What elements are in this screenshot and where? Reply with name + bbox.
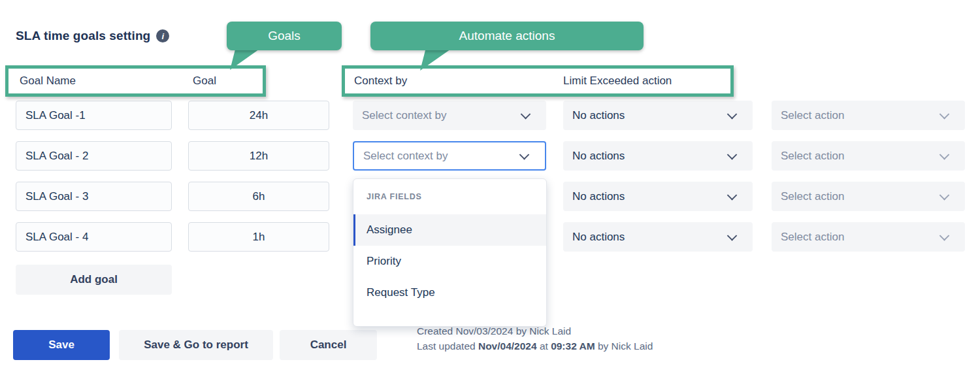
select-action-dropdown[interactable]: Select action	[772, 101, 965, 130]
chevron-down-icon	[727, 190, 738, 201]
page-title: SLA time goals setting	[16, 29, 150, 43]
limit-exceeded-value: No actions	[572, 231, 625, 244]
info-icon[interactable]: i	[156, 29, 169, 42]
goals-callout: Goals	[227, 22, 342, 50]
dropdown-option-assignee[interactable]: Assignee	[353, 214, 546, 246]
limit-exceeded-dropdown[interactable]: No actions	[563, 141, 753, 171]
goal-name-input[interactable]	[16, 182, 172, 211]
limit-exceeded-value: No actions	[572, 150, 625, 163]
column-header-limit-exceeded: Limit Exceeded action	[563, 65, 672, 97]
column-header-goal: Goal	[193, 65, 216, 97]
title-row: SLA time goals setting i	[16, 29, 169, 43]
context-by-dropdown-open[interactable]: Select context by	[353, 141, 546, 171]
chevron-down-icon	[521, 109, 531, 120]
limit-exceeded-dropdown[interactable]: No actions	[563, 101, 753, 130]
cancel-button[interactable]: Cancel	[280, 330, 377, 360]
goal-name-input[interactable]	[16, 141, 172, 171]
chevron-down-icon	[727, 231, 738, 241]
updated-date: Nov/04/2024	[478, 340, 537, 352]
select-action-placeholder: Select action	[781, 150, 844, 163]
select-action-dropdown[interactable]: Select action	[772, 141, 965, 171]
limit-exceeded-dropdown[interactable]: No actions	[563, 222, 753, 252]
goal-value-input[interactable]	[188, 101, 329, 130]
chevron-down-icon	[727, 109, 738, 120]
select-action-placeholder: Select action	[781, 190, 844, 203]
goal-name-input[interactable]	[16, 222, 172, 252]
goal-value-input[interactable]	[188, 141, 329, 171]
column-header-context-by: Context by	[354, 65, 407, 97]
select-action-dropdown[interactable]: Select action	[772, 182, 965, 211]
chevron-down-icon	[939, 109, 950, 120]
chevron-down-icon	[519, 150, 530, 160]
select-action-placeholder: Select action	[781, 109, 844, 122]
automate-actions-callout: Automate actions	[370, 22, 644, 50]
context-by-placeholder: Select context by	[362, 109, 446, 122]
dropdown-option-request-type[interactable]: Request Type	[353, 277, 546, 308]
limit-exceeded-value: No actions	[572, 190, 625, 203]
limit-exceeded-value: No actions	[572, 109, 625, 122]
chevron-down-icon	[727, 150, 738, 160]
goal-name-input[interactable]	[16, 101, 172, 130]
chevron-down-icon	[939, 231, 950, 241]
sla-settings-page: SLA time goals setting i Goal Name Goal …	[0, 0, 980, 379]
audit-info: Created Nov/03/2024 by Nick Laid Last up…	[417, 323, 653, 354]
context-by-options-panel: JIRA FIELDS Assignee Priority Request Ty…	[353, 178, 547, 327]
updated-time: 09:32 AM	[551, 340, 595, 352]
column-header-goal-name: Goal Name	[20, 65, 76, 97]
dropdown-option-priority[interactable]: Priority	[353, 246, 546, 277]
chevron-down-icon	[939, 150, 950, 160]
add-goal-button[interactable]: Add goal	[16, 265, 172, 295]
dropdown-group-label: JIRA FIELDS	[353, 179, 546, 214]
chevron-down-icon	[939, 190, 950, 201]
save-button[interactable]: Save	[13, 330, 110, 360]
updated-line: Last updated Nov/04/2024 at 09:32 AM by …	[417, 338, 653, 354]
goal-value-input[interactable]	[188, 222, 329, 252]
context-by-dropdown[interactable]: Select context by	[353, 101, 546, 130]
limit-exceeded-dropdown[interactable]: No actions	[563, 182, 753, 211]
goal-value-input[interactable]	[188, 182, 329, 211]
select-action-dropdown[interactable]: Select action	[772, 222, 965, 252]
context-by-placeholder: Select context by	[363, 150, 448, 163]
save-and-go-to-report-button[interactable]: Save & Go to report	[119, 330, 273, 360]
select-action-placeholder: Select action	[781, 231, 844, 244]
